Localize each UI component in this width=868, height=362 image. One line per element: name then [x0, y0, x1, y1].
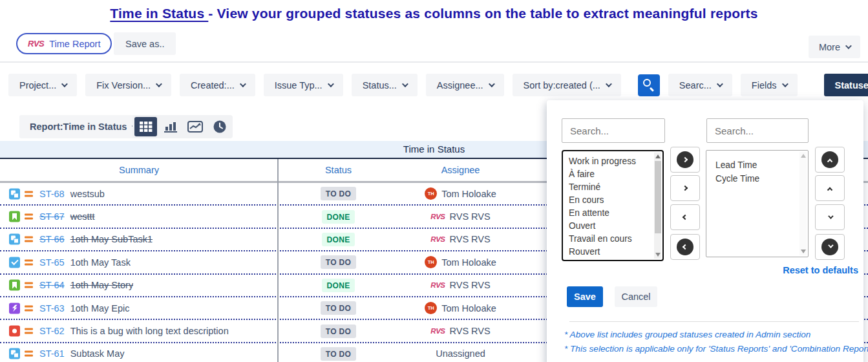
issue-key-link[interactable]: ST-66	[39, 234, 65, 244]
assignee-cell: RVS RVS RVS	[399, 275, 522, 296]
chevron-down-icon	[828, 213, 833, 218]
chevron-left-icon	[683, 215, 688, 220]
scroll-down-icon[interactable]	[801, 250, 806, 253]
status-badge: DONE	[322, 233, 355, 246]
selected-status-option[interactable]: Lead Time	[715, 159, 799, 173]
priority-medium-icon	[25, 235, 33, 244]
status-option[interactable]: Ouvert	[569, 220, 653, 233]
filter-status[interactable]: Status...	[352, 74, 418, 96]
chevron-left-icon	[683, 244, 688, 250]
priority-medium-icon	[25, 189, 33, 198]
more-button[interactable]: More	[809, 36, 860, 58]
reset-to-defaults-link[interactable]: Reset to defaults	[783, 265, 858, 275]
issue-key-link[interactable]: ST-61	[39, 348, 65, 359]
move-all-left-button[interactable]	[670, 234, 700, 260]
column-header-status[interactable]: Status	[278, 159, 399, 181]
save-as-button[interactable]: Save as..	[114, 32, 176, 55]
issue-summary: westsub	[70, 189, 105, 199]
issue-key-link[interactable]: ST-62	[39, 326, 65, 336]
time-in-status-app: Time in Status - View your grouped statu…	[0, 0, 868, 362]
issue-summary: Subtask May	[70, 348, 125, 359]
selected-status-option[interactable]: Cycle Time	[715, 173, 799, 186]
status-badge: TO DO	[321, 347, 356, 361]
assignee-name: RVS RVS	[450, 326, 491, 336]
save-button[interactable]: Save	[567, 286, 603, 307]
filter-statuses[interactable]: Statuses	[824, 74, 868, 96]
assignee-avatar: RVS	[430, 235, 445, 243]
scroll-up-icon[interactable]	[801, 154, 806, 158]
status-badge: DONE	[322, 210, 355, 224]
issue-key-link[interactable]: ST-63	[39, 303, 65, 314]
filter-issue-type[interactable]: Issue Typ...	[264, 74, 343, 96]
assignee-avatar: RVS	[430, 327, 445, 335]
subtask-type-icon	[9, 234, 20, 245]
issue-key-link[interactable]: ST-64	[39, 280, 65, 290]
chevron-right-icon	[683, 186, 688, 191]
issue-key-link[interactable]: ST-68	[39, 189, 65, 199]
filter-created[interactable]: Created:...	[180, 74, 255, 96]
move-up-button[interactable]	[815, 175, 845, 201]
clock-view-icon[interactable]	[208, 117, 231, 136]
search-button[interactable]	[638, 74, 660, 96]
status-badge: TO DO	[321, 187, 356, 200]
line-chart-view-icon[interactable]	[184, 117, 206, 136]
available-statuses-listbox[interactable]: Work in progress À faire Terminé En cour…	[562, 150, 664, 261]
assignee-avatar: TH	[425, 256, 437, 268]
scroll-down-icon[interactable]	[655, 253, 661, 257]
filter-project[interactable]: Project...	[8, 74, 77, 96]
status-option[interactable]: En attente	[569, 207, 653, 220]
subtask-type-icon	[9, 348, 20, 359]
issue-summary: 1oth May SubTask1	[70, 234, 153, 244]
chevron-down-icon	[606, 81, 612, 87]
issue-summary: 1oth May Epic	[70, 303, 130, 314]
filter-sort-by[interactable]: Sort by:created (...	[513, 74, 621, 96]
move-right-button[interactable]	[670, 175, 700, 201]
assignee-name: RVS RVS	[450, 280, 491, 290]
selected-statuses-search-input[interactable]	[706, 118, 809, 143]
scrollbar-thumb[interactable]	[655, 161, 661, 233]
assignee-cell: Unassigned	[399, 343, 522, 362]
issue-key-link[interactable]: ST-67	[39, 211, 65, 222]
priority-medium-icon	[25, 281, 33, 290]
issue-key-link[interactable]: ST-65	[39, 257, 65, 268]
time-report-button[interactable]: RVS Time Report	[16, 33, 112, 54]
chevron-down-icon	[402, 81, 408, 87]
assignee-name: Tom Holoake	[441, 303, 496, 314]
priority-medium-icon	[25, 212, 33, 222]
filter-search-dropdown[interactable]: Searc...	[668, 74, 732, 96]
column-header-summary[interactable]: Summary	[0, 159, 278, 181]
priority-medium-icon	[25, 303, 33, 313]
status-option[interactable]: À faire	[569, 168, 653, 181]
summary-column-divider	[277, 159, 279, 362]
selected-statuses-listbox[interactable]: Lead Time Cycle Time	[706, 150, 809, 257]
move-all-right-button[interactable]	[670, 147, 700, 173]
filter-fix-version[interactable]: Fix Version...	[85, 74, 171, 96]
report-selector-button[interactable]: Report:Time in Status	[19, 115, 147, 138]
cancel-button[interactable]: Cancel	[615, 286, 657, 307]
filter-fields[interactable]: Fields	[741, 74, 798, 96]
listbox-scrollbar[interactable]	[654, 153, 661, 259]
listbox-scrollbar[interactable]	[799, 152, 807, 255]
status-option[interactable]: En cours	[569, 194, 653, 207]
time-report-label: Time Report	[49, 39, 100, 49]
bar-chart-view-icon[interactable]	[159, 117, 182, 136]
filter-assignee[interactable]: Assignee...	[426, 74, 504, 96]
chevron-down-icon	[61, 81, 68, 87]
move-to-top-button[interactable]	[815, 147, 845, 173]
page-title-report-name: Time in Status	[110, 6, 208, 21]
column-header-assignee[interactable]: Assignee	[399, 159, 522, 181]
move-down-button[interactable]	[815, 204, 845, 230]
move-left-button[interactable]	[670, 204, 700, 230]
status-option[interactable]: Terminé	[569, 181, 653, 194]
status-option[interactable]: Rouvert	[569, 246, 653, 259]
table-view-icon[interactable]	[134, 117, 157, 136]
task-type-icon	[9, 257, 20, 268]
move-to-bottom-button[interactable]	[815, 234, 845, 260]
status-option[interactable]: Work in progress	[569, 155, 653, 168]
panel-footnote: * This selection is applicable only for …	[564, 344, 860, 354]
status-option[interactable]: Travail en cours	[569, 233, 653, 246]
filter-bar: Project... Fix Version... Created:... Is…	[0, 74, 868, 96]
scroll-up-icon[interactable]	[655, 154, 661, 158]
assignee-cell: TH Tom Holoake	[399, 297, 522, 319]
available-statuses-search-input[interactable]	[562, 118, 665, 143]
